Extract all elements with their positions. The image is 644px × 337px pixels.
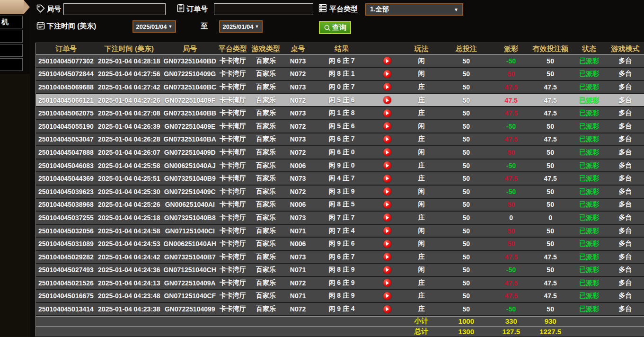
play-video-icon[interactable]	[371, 83, 403, 91]
platform-type: 卡卡湾厅	[218, 253, 248, 261]
game-type: 百家乐	[248, 187, 284, 196]
column-header: 游戏模式	[607, 44, 644, 53]
result: 闲 6 庄 7	[312, 135, 371, 143]
column-header: 下注时间 (美东)	[96, 44, 162, 53]
play-video-icon[interactable]	[371, 161, 403, 169]
bet-time: 2025-01-04 04:26:07	[96, 149, 162, 156]
game-mode: 多台	[607, 200, 644, 209]
table-row[interactable]: 2501040450460832025-01-04 04:25:58GN0062…	[36, 160, 644, 173]
play-video-icon[interactable]	[371, 266, 403, 274]
payout: 50	[493, 149, 529, 156]
status-badge: 已派彩	[572, 279, 607, 287]
table-row[interactable]: 2501040450728442025-01-04 04:27:56GN0722…	[36, 68, 644, 81]
table-row[interactable]: 2501040450215262025-01-04 04:24:13GN0722…	[36, 277, 644, 290]
sidebar-item-2[interactable]	[0, 30, 23, 43]
result: 闲 5 庄 6	[312, 96, 371, 105]
payout: -50	[493, 266, 529, 274]
play-type: 闲	[403, 239, 439, 248]
table-row[interactable]: 2501040450696882025-01-04 04:27:42GN0732…	[36, 81, 644, 94]
valid-bet: 0	[529, 214, 572, 222]
order-number: 250104045039623	[36, 188, 96, 195]
play-video-icon[interactable]	[371, 201, 403, 209]
platform-type-select[interactable]: 1.全部 ▼	[365, 3, 463, 16]
play-video-icon[interactable]	[371, 96, 403, 104]
column-header: 派彩	[493, 44, 529, 53]
play-video-icon[interactable]	[371, 240, 403, 248]
order-number: 250104045032056	[36, 227, 96, 235]
play-video-icon[interactable]	[371, 253, 403, 261]
play-video-icon[interactable]	[371, 187, 403, 195]
game-mode: 多台	[607, 122, 644, 131]
table-row[interactable]: 2501040450274932025-01-04 04:24:36GN0712…	[36, 264, 644, 277]
table-row[interactable]: 2501040450620752025-01-04 04:27:08GN0732…	[36, 107, 644, 120]
total-bet: 50	[439, 266, 493, 274]
sidebar-item-4[interactable]	[0, 58, 23, 71]
game-mode: 多台	[607, 96, 644, 105]
sidebar-item-1[interactable]: 机	[0, 16, 23, 28]
total-payout: 127.5	[493, 328, 529, 336]
dropdown-arrow-icon: ▼	[168, 24, 173, 29]
round-number: GN073251040B9	[162, 175, 218, 182]
play-video-icon[interactable]	[371, 57, 403, 65]
play-video-icon[interactable]	[371, 227, 403, 235]
bet-time: 2025-01-04 04:24:36	[96, 266, 162, 274]
date-from-picker[interactable]: 2025/01/04 ▼	[132, 20, 176, 33]
play-video-icon[interactable]	[371, 148, 403, 156]
table-row[interactable]: 2501040450478882025-01-04 04:26:07GN0722…	[36, 146, 644, 160]
round-number: GN0722510409G	[162, 70, 218, 78]
round-number: GN071251040CI	[162, 227, 218, 235]
game-mode: 多台	[607, 187, 644, 196]
game-type: 百家乐	[248, 200, 284, 209]
play-video-icon[interactable]	[371, 213, 403, 222]
result: 闲 9 庄 4	[312, 305, 371, 313]
result: 闲 8 庄 1	[312, 70, 371, 78]
table-row[interactable]: 2501040450551902025-01-04 04:26:39GN0722…	[36, 120, 644, 133]
dropdown-arrow-icon: ▼	[454, 7, 459, 12]
play-video-icon[interactable]	[371, 109, 403, 117]
valid-bet: 47.5	[529, 83, 572, 91]
table-number: N071	[284, 292, 312, 300]
round-number: GN073251040BB	[162, 109, 218, 117]
platform-type: 卡卡湾厅	[218, 57, 248, 65]
play-video-icon[interactable]	[371, 70, 403, 78]
play-video-icon[interactable]	[371, 279, 403, 287]
table-number: N073	[284, 135, 312, 143]
play-video-icon[interactable]	[371, 305, 403, 313]
table-row[interactable]: 2501040450310892025-01-04 04:24:53GN0062…	[36, 238, 644, 251]
play-video-icon[interactable]	[371, 122, 403, 130]
play-video-icon[interactable]	[371, 135, 403, 143]
total-bet: 50	[439, 253, 493, 261]
sidebar-item-3[interactable]	[0, 44, 23, 57]
result: 闲 0 庄 7	[312, 83, 371, 91]
bet-records-table: 订单号下注时间 (美东)局号平台类型游戏类型桌号结果玩法总投注派彩有效投注额状态…	[35, 43, 644, 337]
table-row[interactable]: 2501040450372552025-01-04 04:25:18GN0732…	[36, 212, 644, 225]
status-badge: 已派彩	[572, 187, 607, 196]
round-number-input[interactable]	[63, 3, 166, 15]
order-number-input[interactable]	[214, 3, 313, 15]
payout: 47.5	[493, 135, 529, 143]
clipboard-icon	[176, 3, 185, 13]
table-row[interactable]: 2501040450773022025-01-04 04:28:18GN0732…	[36, 55, 644, 68]
table-row[interactable]: 2501040450389682025-01-04 04:25:26GN0062…	[36, 199, 644, 212]
play-video-icon[interactable]	[371, 292, 403, 300]
date-to-picker[interactable]: 2025/01/04 ▼	[219, 20, 263, 33]
order-number-label: 订单号	[186, 5, 208, 14]
play-video-icon[interactable]	[371, 175, 403, 183]
table-row[interactable]: 2501040450443692025-01-04 04:25:51GN0732…	[36, 172, 644, 186]
table-row[interactable]: 2501040450166752025-01-04 04:23:48GN0712…	[36, 290, 644, 303]
game-mode: 多台	[607, 148, 644, 157]
table-row[interactable]: 2501040450661212025-01-04 04:27:26GN0722…	[36, 94, 644, 107]
tag-icon	[36, 4, 45, 13]
valid-bet: 50	[529, 149, 572, 156]
query-button[interactable]: 查询	[319, 21, 351, 34]
table-number: N006	[284, 240, 312, 248]
payout: 47.5	[493, 97, 529, 104]
table-row[interactable]: 2501040450134142025-01-04 04:23:38GN0722…	[36, 303, 644, 316]
table-row[interactable]: 2501040450396232025-01-04 04:25:30GN0722…	[36, 186, 644, 199]
game-mode: 多台	[607, 305, 644, 313]
table-row[interactable]: 2501040450320562025-01-04 04:24:58GN0712…	[36, 225, 644, 238]
table-row[interactable]: 2501040450292822025-01-04 04:24:42GN0732…	[36, 251, 644, 264]
order-number: 250104045038968	[36, 201, 96, 208]
table-row[interactable]: 2501040450530472025-01-04 04:26:28GN0732…	[36, 133, 644, 147]
subtotal-payout: 330	[493, 317, 529, 325]
